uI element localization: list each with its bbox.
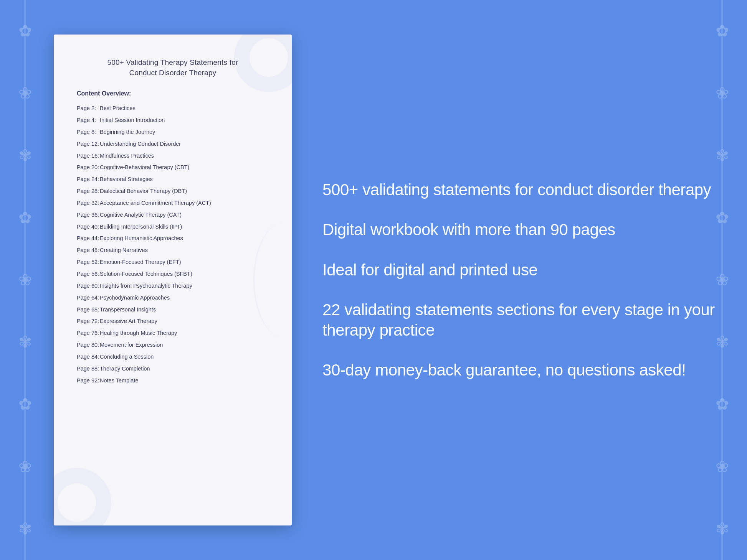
floral-icon: ❀ bbox=[18, 272, 32, 288]
toc-page-number: Page 48: bbox=[77, 247, 100, 254]
toc-item: Page 64:Psychodynamic Approaches bbox=[73, 292, 273, 304]
floral-icon: ✿ bbox=[716, 396, 729, 412]
floral-icon: ✿ bbox=[18, 23, 32, 39]
toc-page-title: Initial Session Introduction bbox=[100, 117, 165, 124]
toc-item: Page 56:Solution-Focused Techniques (SFB… bbox=[73, 268, 273, 280]
toc-page-title: Solution-Focused Techniques (SFBT) bbox=[100, 270, 192, 278]
toc-page-number: Page 20: bbox=[77, 164, 100, 171]
toc-page-title: Acceptance and Commitment Therapy (ACT) bbox=[100, 199, 211, 207]
toc-page-title: Exploring Humanistic Approaches bbox=[100, 235, 183, 242]
toc-item: Page 12:Understanding Conduct Disorder bbox=[73, 138, 273, 150]
toc-page-number: Page 60: bbox=[77, 282, 100, 290]
toc-item: Page 44:Exploring Humanistic Approaches bbox=[73, 232, 273, 244]
toc-page-number: Page 40: bbox=[77, 223, 100, 231]
toc-page-number: Page 36: bbox=[77, 211, 100, 219]
info-point-5: 30-day money-back guarantee, no question… bbox=[322, 360, 720, 380]
toc-page-number: Page 84: bbox=[77, 353, 100, 361]
floral-icon: ✿ bbox=[716, 23, 729, 39]
toc-page-number: Page 44: bbox=[77, 235, 100, 242]
toc-item: Page 24:Behavioral Strategies bbox=[73, 173, 273, 185]
toc-page-number: Page 12: bbox=[77, 140, 100, 148]
toc-item: Page 8:Beginning the Journey bbox=[73, 126, 273, 138]
toc-page-title: Cognitive-Behavioral Therapy (CBT) bbox=[100, 164, 189, 171]
toc-item: Page 72:Expressive Art Therapy bbox=[73, 315, 273, 327]
toc-item: Page 84:Concluding a Session bbox=[73, 351, 273, 363]
toc-item: Page 88:Therapy Completion bbox=[73, 363, 273, 375]
toc-page-title: Movement for Expression bbox=[100, 341, 163, 349]
toc-page-number: Page 72: bbox=[77, 318, 100, 325]
toc-page-number: Page 88: bbox=[77, 365, 100, 372]
toc-page-number: Page 76: bbox=[77, 329, 100, 337]
toc-page-title: Emotion-Focused Therapy (EFT) bbox=[100, 259, 181, 266]
toc-item: Page 16:Mindfulness Practices bbox=[73, 150, 273, 162]
floral-decoration-right: ✿ ❀ ✾ ✿ ❀ ✾ ✿ ❀ ✾ bbox=[697, 0, 747, 560]
toc-item: Page 20:Cognitive-Behavioral Therapy (CB… bbox=[73, 161, 273, 173]
toc-page-number: Page 4: bbox=[77, 117, 100, 124]
toc-page-title: Therapy Completion bbox=[100, 365, 150, 372]
info-point-1: 500+ validating statements for conduct d… bbox=[322, 180, 720, 200]
toc-page-title: Psychodynamic Approaches bbox=[100, 294, 170, 301]
info-panel: 500+ validating statements for conduct d… bbox=[292, 157, 747, 404]
toc-page-title: Dialectical Behavior Therapy (DBT) bbox=[100, 188, 187, 195]
toc-page-number: Page 2: bbox=[77, 105, 100, 112]
toc-item: Page 80:Movement for Expression bbox=[73, 339, 273, 351]
table-of-contents: Page 2:Best PracticesPage 4:Initial Sess… bbox=[73, 102, 273, 386]
info-point-3: Ideal for digital and printed use bbox=[322, 260, 720, 280]
toc-page-number: Page 80: bbox=[77, 341, 100, 349]
toc-page-title: Healing through Music Therapy bbox=[100, 329, 177, 337]
toc-page-title: Creating Narratives bbox=[100, 247, 148, 254]
toc-item: Page 92:Notes Template bbox=[73, 375, 273, 387]
info-point-4: 22 validating statements sections for ev… bbox=[322, 300, 720, 340]
floral-icon: ❀ bbox=[18, 459, 32, 475]
toc-item: Page 40:Building Interpersonal Skills (I… bbox=[73, 221, 273, 233]
floral-icon: ✾ bbox=[716, 521, 729, 537]
toc-page-title: Insights from Psychoanalytic Therapy bbox=[100, 282, 192, 290]
toc-page-number: Page 16: bbox=[77, 152, 100, 160]
floral-icon: ✾ bbox=[716, 334, 729, 350]
toc-page-title: Cognitive Analytic Therapy (CAT) bbox=[100, 211, 182, 219]
toc-item: Page 52:Emotion-Focused Therapy (EFT) bbox=[73, 256, 273, 268]
floral-decoration-left: ✿ ❀ ✾ ✿ ❀ ✾ ✿ ❀ ✾ bbox=[0, 0, 50, 560]
floral-icon: ✿ bbox=[716, 210, 729, 226]
document: 500+ Validating Therapy Statements for C… bbox=[54, 35, 292, 525]
floral-icon: ❀ bbox=[18, 85, 32, 101]
watermark-top-right bbox=[234, 35, 292, 92]
toc-page-number: Page 28: bbox=[77, 188, 100, 195]
toc-page-title: Best Practices bbox=[100, 105, 136, 112]
toc-item: Page 32:Acceptance and Commitment Therap… bbox=[73, 197, 273, 209]
toc-item: Page 2:Best Practices bbox=[73, 102, 273, 114]
floral-icon: ✾ bbox=[18, 334, 32, 350]
toc-page-title: Mindfulness Practices bbox=[100, 152, 154, 160]
info-point-2: Digital workbook with more than 90 pages bbox=[322, 220, 720, 240]
toc-page-number: Page 8: bbox=[77, 128, 100, 136]
floral-icon: ❀ bbox=[716, 85, 729, 101]
toc-item: Page 28:Dialectical Behavior Therapy (DB… bbox=[73, 185, 273, 197]
floral-icon: ✾ bbox=[716, 148, 729, 164]
toc-item: Page 4:Initial Session Introduction bbox=[73, 114, 273, 126]
toc-page-title: Beginning the Journey bbox=[100, 128, 155, 136]
toc-item: Page 76:Healing through Music Therapy bbox=[73, 327, 273, 339]
toc-page-number: Page 32: bbox=[77, 199, 100, 207]
toc-item: Page 60:Insights from Psychoanalytic The… bbox=[73, 280, 273, 292]
watermark-bottom-left bbox=[54, 468, 111, 525]
toc-item: Page 48:Creating Narratives bbox=[73, 244, 273, 256]
toc-page-number: Page 24: bbox=[77, 176, 100, 183]
toc-page-title: Behavioral Strategies bbox=[100, 176, 153, 183]
toc-page-title: Building Interpersonal Skills (IPT) bbox=[100, 223, 182, 231]
toc-page-number: Page 52: bbox=[77, 259, 100, 266]
floral-icon: ❀ bbox=[716, 272, 729, 288]
toc-page-title: Concluding a Session bbox=[100, 353, 154, 361]
floral-icon: ✾ bbox=[18, 521, 32, 537]
toc-page-number: Page 68: bbox=[77, 306, 100, 313]
toc-page-title: Transpersonal Insights bbox=[100, 306, 156, 313]
toc-page-number: Page 64: bbox=[77, 294, 100, 301]
floral-icon: ❀ bbox=[716, 459, 729, 475]
toc-item: Page 36:Cognitive Analytic Therapy (CAT) bbox=[73, 209, 273, 221]
section-label: Content Overview: bbox=[77, 90, 273, 97]
toc-page-number: Page 92: bbox=[77, 377, 100, 384]
floral-icon: ✾ bbox=[18, 148, 32, 164]
toc-page-title: Understanding Conduct Disorder bbox=[100, 140, 181, 148]
floral-icon: ✿ bbox=[18, 210, 32, 226]
toc-page-number: Page 56: bbox=[77, 270, 100, 278]
toc-page-title: Notes Template bbox=[100, 377, 138, 384]
